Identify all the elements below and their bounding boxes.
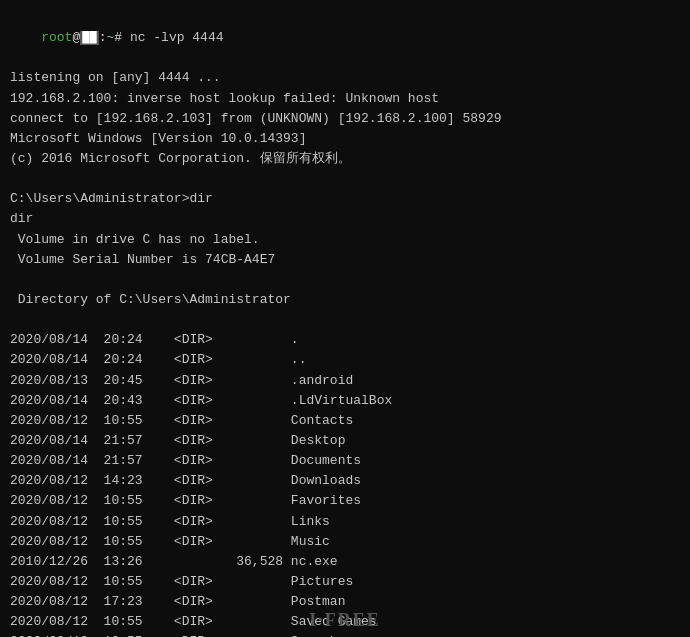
prompt-user: root [41, 30, 72, 45]
prompt-host: ██ [80, 30, 98, 45]
blank-1 [10, 169, 680, 189]
command-text: nc -lvp 4444 [130, 30, 224, 45]
output-serial: Volume Serial Number is 74CB-A4E7 [10, 250, 680, 270]
dir-entry-dot: 2020/08/14 20:24 <DIR> . [10, 330, 680, 350]
output-listening: listening on [any] 4444 ... [10, 68, 680, 88]
dir-entry-music: 2020/08/12 10:55 <DIR> Music [10, 532, 680, 552]
watermark: I·FREE [309, 610, 381, 631]
output-dir-cmd: dir [10, 209, 680, 229]
output-volume-label: Volume in drive C has no label. [10, 230, 680, 250]
dir-entry-pictures: 2020/08/12 10:55 <DIR> Pictures [10, 572, 680, 592]
dir-entry-ldvirtualbox: 2020/08/14 20:43 <DIR> .LdVirtualBox [10, 391, 680, 411]
prompt-line: root@██:~# nc -lvp 4444 [10, 8, 680, 68]
blank-3 [10, 310, 680, 330]
dir-entry-android: 2020/08/13 20:45 <DIR> .android [10, 371, 680, 391]
output-lookup-fail: 192.168.2.100: inverse host lookup faile… [10, 89, 680, 109]
terminal-window: root@██:~# nc -lvp 4444 listening on [an… [0, 0, 690, 637]
dir-entry-favorites: 2020/08/12 10:55 <DIR> Favorites [10, 491, 680, 511]
dir-entry-desktop: 2020/08/14 21:57 <DIR> Desktop [10, 431, 680, 451]
prompt-hash: # [114, 30, 130, 45]
downloads-text: Downloads [291, 473, 361, 488]
blank-2 [10, 270, 680, 290]
dir-entry-downloads: 2020/08/12 14:23 <DIR> Downloads [10, 471, 680, 491]
dir-entry-links: 2020/08/12 10:55 <DIR> Links [10, 512, 680, 532]
dir-entry-documents: 2020/08/14 21:57 <DIR> Documents [10, 451, 680, 471]
output-connect: connect to [192.168.2.103] from (UNKNOWN… [10, 109, 680, 129]
dir-entry-searches: 2020/08/12 10:55 <DIR> Searches [10, 632, 680, 637]
output-directory-of: Directory of C:\Users\Administrator [10, 290, 680, 310]
dir-entry-dotdot: 2020/08/14 20:24 <DIR> .. [10, 350, 680, 370]
output-windows-version: Microsoft Windows [Version 10.0.14393] [10, 129, 680, 149]
output-copyright: (c) 2016 Microsoft Corporation. 保留所有权利。 [10, 149, 680, 169]
output-cmd-prompt: C:\Users\Administrator>dir [10, 189, 680, 209]
dir-entry-ncexe: 2010/12/26 13:26 36,528 nc.exe [10, 552, 680, 572]
dir-entry-contacts: 2020/08/12 10:55 <DIR> Contacts [10, 411, 680, 431]
